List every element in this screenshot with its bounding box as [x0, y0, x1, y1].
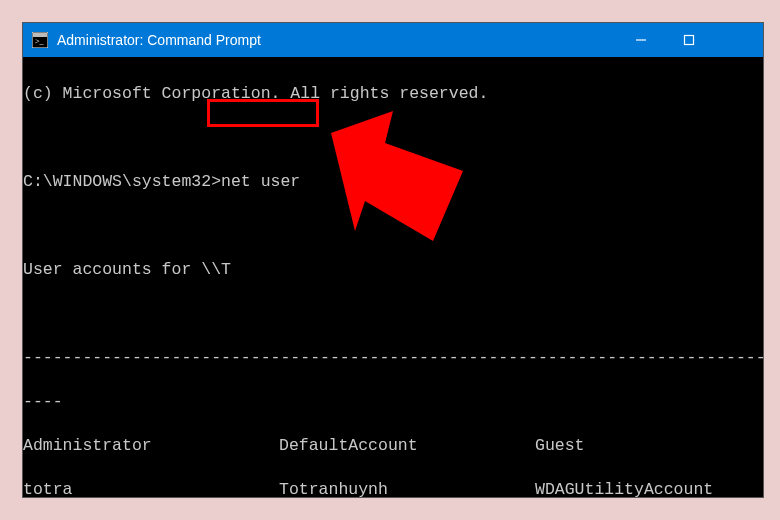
- blank-line: [23, 215, 763, 237]
- account-cell: Totranhuynh: [279, 479, 535, 497]
- terminal-output[interactable]: (c) Microsoft Corporation. All rights re…: [23, 57, 763, 497]
- accounts-row-1: AdministratorDefaultAccountGuest: [23, 435, 763, 457]
- prompt-line-1: C:\WINDOWS\system32>net user: [23, 171, 763, 193]
- accounts-row-2: totraTotranhuynhWDAGUtilityAccount: [23, 479, 763, 497]
- separator-line-short: ----: [23, 391, 763, 413]
- blank-line: [23, 303, 763, 325]
- copyright-line: (c) Microsoft Corporation. All rights re…: [23, 83, 763, 105]
- account-cell: DefaultAccount: [279, 435, 535, 457]
- blank-line: [23, 127, 763, 149]
- account-cell: Administrator: [23, 435, 279, 457]
- maximize-button[interactable]: [665, 23, 713, 57]
- accounts-header: User accounts for \\T: [23, 259, 763, 281]
- account-cell: totra: [23, 479, 279, 497]
- redacted-hostname: [231, 149, 341, 173]
- typed-command: net user: [221, 172, 300, 191]
- account-cell: Guest: [535, 435, 763, 457]
- window-controls: [617, 23, 763, 57]
- window-title: Administrator: Command Prompt: [57, 32, 617, 48]
- titlebar[interactable]: >_ Administrator: Command Prompt: [23, 23, 763, 57]
- cmd-icon: >_: [31, 31, 49, 49]
- account-cell: WDAGUtilityAccount: [535, 479, 763, 497]
- svg-text:>_: >_: [35, 37, 45, 46]
- command-prompt-window: >_ Administrator: Command Prompt (c) Mic…: [22, 22, 764, 498]
- minimize-button[interactable]: [617, 23, 665, 57]
- close-button[interactable]: [713, 23, 763, 57]
- accounts-header-text: User accounts for \\T: [23, 260, 231, 279]
- prompt-path: C:\WINDOWS\system32>: [23, 172, 221, 191]
- svg-rect-4: [685, 36, 694, 45]
- separator-line: ----------------------------------------…: [23, 347, 763, 369]
